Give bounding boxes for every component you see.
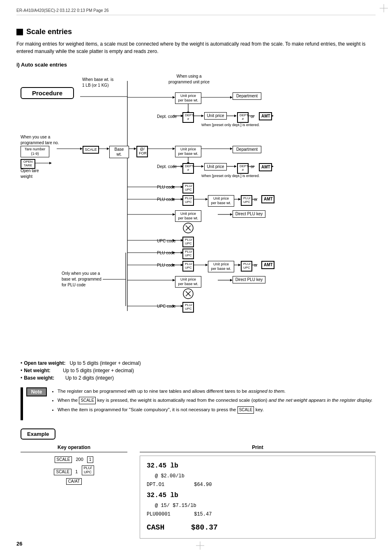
dept-code-2: Dept. code <box>157 164 177 169</box>
amt-box-1: AMT <box>259 112 272 120</box>
key-row-2: SCALE 1 PLU/UPC <box>21 465 127 476</box>
section-icon <box>16 29 23 35</box>
svg-marker-34 <box>234 165 237 168</box>
svg-marker-13 <box>234 115 237 117</box>
amt-box-3: AMT <box>261 195 274 203</box>
unit-price-per-base-3: Unit priceper base wt. <box>208 195 234 207</box>
dept-box-3: DEPT# <box>182 163 194 174</box>
amt-box-2: AMT <box>259 163 272 171</box>
svg-marker-11 <box>201 115 204 117</box>
unit-price-per-base-5: Unit priceper base wt. <box>208 261 234 272</box>
bullets-section: • Open tare weight: Up to 5 digits (inte… <box>21 360 376 381</box>
for-key-box: @/FOR <box>136 146 148 157</box>
department-1: Department <box>233 92 261 100</box>
receipt-line-5: @ 15/ $7.15/lb <box>147 502 369 511</box>
header-text: ER-A410/A420(SEC)-2 03.12.22 0:13 PM Pag… <box>16 8 109 13</box>
intro-text: For making entries for weighed items, a … <box>16 40 376 55</box>
note-box: Note The register can be programmed with… <box>21 387 376 420</box>
direct-plu-key-2: Direct PLU key <box>233 276 265 283</box>
or-text-4: or <box>254 263 258 268</box>
unit-price-box-2: Unit price <box>204 163 227 170</box>
dept-code-1: Dept. code <box>157 114 177 119</box>
svg-marker-39 <box>49 162 52 164</box>
crosshair-bc <box>196 541 204 551</box>
key-op-title: Key operation <box>21 444 127 452</box>
or-text-1: or <box>251 114 254 119</box>
plu-code-3: PLU code <box>157 250 175 256</box>
plu-upc-box-2: PLU/UPC <box>182 195 194 206</box>
procedure-label: Procedure <box>32 90 62 97</box>
when-base-label: When base wt. is1 LB (or 1 KG) <box>82 77 113 88</box>
num-1-key: 1 <box>87 456 94 463</box>
header-line: ER-A410/A420(SEC)-2 03.12.22 0:13 PM Pag… <box>16 8 376 15</box>
when-using-prog-label: When using aprogrammed unit price <box>168 74 210 85</box>
preset-dept-note-2: When [preset only dept.] is entered. <box>201 174 260 179</box>
plu-upc-box-8: PLU/UPC <box>182 302 194 313</box>
plu-code-4: PLU code <box>157 263 175 268</box>
multiply-symbol-2 <box>182 288 194 299</box>
open-tare-box: OPENTARE <box>21 159 35 169</box>
num-200: 200 <box>76 457 83 462</box>
plu-upc-box-1: PLU/UPC <box>182 183 194 193</box>
note-content: The register can be programmed with up t… <box>51 387 373 420</box>
or-text-3: or <box>254 197 258 202</box>
plu-upc-box-3: PLU/UPC <box>241 195 252 206</box>
section-title: Scale entries <box>16 28 376 36</box>
page-number: 26 <box>16 541 22 547</box>
scale-key-2: SCALE <box>55 456 72 463</box>
crosshair-tr <box>380 4 388 14</box>
receipt-line-1: 32.45 lb <box>147 460 369 472</box>
plu-upc-box-6: PLU/UPC <box>182 261 194 272</box>
only-when-label: Only when you use abase wt. programmedfo… <box>62 271 119 288</box>
print-col: Print 32.45 lb @ $2.00/lb DPT.O1 $64.90 … <box>140 444 376 539</box>
example-label: Example <box>27 431 49 437</box>
unit-price-per-base-6: Unit priceper base wt. <box>175 276 201 288</box>
receipt-line-4: 32.45 lb <box>147 490 369 502</box>
key-operation-col: Key operation SCALE 200 1 SCALE 1 PLU/UP… <box>21 444 127 539</box>
unit-price-per-base-2: Unit priceper base wt. <box>175 146 201 157</box>
svg-marker-32 <box>201 165 204 168</box>
receipt: 32.45 lb @ $2.00/lb DPT.O1 $64.90 32.45 … <box>140 456 376 539</box>
open-tare-weight: Open tareweight <box>21 168 39 180</box>
key-op-content: SCALE 200 1 SCALE 1 PLU/UPC CA/AT <box>21 456 127 486</box>
receipt-line-3: DPT.O1 $64.90 <box>147 481 369 490</box>
or-text-2: or <box>251 164 254 169</box>
plu-upc-box-5: PLU/UPC <box>182 249 194 259</box>
base-wt-box: Base wt. <box>109 146 129 158</box>
multiply-symbol-1 <box>182 222 194 234</box>
section-title-text: Scale entries <box>26 28 72 36</box>
amt-box-4: AMT <box>261 261 274 269</box>
subsection-title: i) Auto scale entries <box>16 62 376 68</box>
plu-upc-box-7: PLU/UPC <box>241 261 252 272</box>
scale-box-1: SCALE <box>83 146 99 154</box>
diagram-container: Procedure When base wt. is1 LB (or 1 KG)… <box>21 73 374 352</box>
tare-number-box: Tare number(1-9) <box>21 146 49 157</box>
dept-box-1: DEPT# <box>182 112 194 123</box>
receipt-line-2: @ $2.00/lb <box>147 472 369 481</box>
note-label: Note <box>26 387 47 396</box>
procedure-box: Procedure <box>21 87 74 99</box>
plu-upc-box-4: PLU/UPC <box>182 237 194 247</box>
note-item-1: The register can be programmed with up t… <box>58 387 373 395</box>
direct-plu-key-1: Direct PLU key <box>233 210 265 218</box>
unit-price-box-1: Unit price <box>204 112 227 120</box>
preset-dept-note-1: When [preset only dept.] is entered. <box>201 123 260 128</box>
bullet-open-tare: • Open tare weight: Up to 5 digits (inte… <box>21 360 376 366</box>
num-1: 1 <box>75 469 78 474</box>
note-bar <box>21 387 23 420</box>
bullet-base-weight: • Base weight: Up to 2 digits (integer) <box>21 375 376 381</box>
print-title: Print <box>140 444 376 452</box>
prog-tare-label: When you use aprogrammed tare no. <box>21 134 59 146</box>
example-box: Example <box>21 428 55 440</box>
plu-code-1: PLU code <box>157 184 175 190</box>
unit-price-per-base-1: Unit priceper base wt. <box>175 92 201 104</box>
note-item-3: When the item is programmed for "Scale c… <box>58 406 373 414</box>
caat-key: CA/AT <box>66 478 82 485</box>
key-row-3: CA/AT <box>21 477 127 486</box>
bullet-net-weight: • Net weight: Up to 5 digits (integer + … <box>21 368 376 373</box>
dept-box-4: DEPT# <box>237 163 249 174</box>
receipt-line-7: CASH $80.37 <box>147 521 369 534</box>
department-2: Department <box>233 146 261 153</box>
example-table: Key operation SCALE 200 1 SCALE 1 PLU/UP… <box>21 444 376 539</box>
scale-key-3: SCALE <box>54 469 71 475</box>
